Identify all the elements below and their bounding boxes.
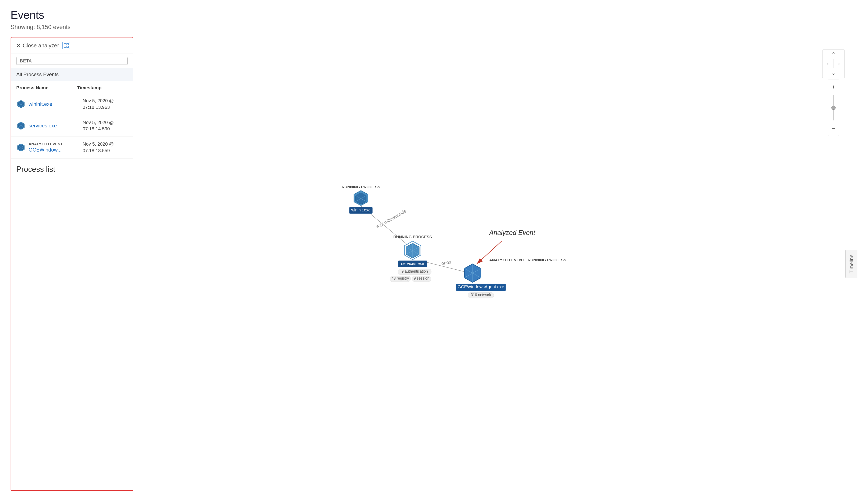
node-services-caption: RUNNING PROCESS <box>393 235 432 239</box>
close-x-icon: ✕ <box>16 42 21 49</box>
close-analyzer-button[interactable]: ✕ Close analyzer <box>16 42 59 49</box>
process-row-0[interactable]: wininit.exe Nov 5, 2020 @07:18:13.963 <box>11 93 133 115</box>
filter-bar[interactable]: All Process Events <box>11 68 133 81</box>
node-gce[interactable]: ANALYZED EVENT · RUNNING PROCESS GCEWind… <box>456 258 566 298</box>
zoom-nav-right[interactable]: › <box>834 59 844 68</box>
main-area: ✕ Close analyzer BETA All Process Events… <box>10 37 858 491</box>
process-name-0[interactable]: wininit.exe <box>29 101 83 107</box>
page-subtitle: Showing: 8,150 events <box>10 24 858 30</box>
svg-rect-3 <box>67 46 68 48</box>
svg-rect-1 <box>67 44 68 45</box>
col-process-name: Process Name <box>16 85 77 91</box>
process-time-0: Nov 5, 2020 @07:18:13.963 <box>83 97 128 111</box>
expand-icon[interactable] <box>62 42 70 49</box>
process-time-2: Nov 5, 2020 @07:18:18.559 <box>83 141 128 154</box>
node-wininit-caption: RUNNING PROCESS <box>342 185 380 189</box>
zoom-minus-button[interactable]: − <box>828 124 839 133</box>
edge-label-1: 627 milliseconds <box>375 208 407 230</box>
zoom-nav-down[interactable]: ⌄ <box>828 68 839 78</box>
table-header: Process Name Timestamp <box>11 83 133 93</box>
process-name-2[interactable]: GCEWindow... <box>29 147 83 153</box>
close-analyzer-label: Close analyzer <box>23 42 59 49</box>
zoom-nav-left[interactable]: ‹ <box>822 59 834 68</box>
zoom-slider: + − <box>828 80 839 136</box>
badge-network: 316 network <box>471 293 491 297</box>
node-services[interactable]: RUNNING PROCESS services.exe 9 authentic… <box>390 235 432 282</box>
zoom-thumb[interactable] <box>831 106 836 110</box>
process-row-2[interactable]: ANALYZED EVENT GCEWindow... Nov 5, 2020 … <box>11 137 133 158</box>
zoom-nav-up[interactable]: ⌃ <box>828 50 839 59</box>
node-gce-label: GCEWindowsAgent.exe <box>458 284 504 289</box>
beta-badge: BETA <box>16 57 128 65</box>
badge-session: 9 session <box>414 276 429 281</box>
node-gce-caption: ANALYZED EVENT · RUNNING PROCESS <box>489 258 566 262</box>
process-list-label: Process list <box>11 158 133 174</box>
zoom-plus-button[interactable]: + <box>828 82 839 92</box>
process-name-1[interactable]: services.exe <box>29 123 83 129</box>
timeline-tab-label: Timeline <box>848 254 855 273</box>
panel-header: ✕ Close analyzer <box>11 37 133 54</box>
col-timestamp: Timestamp <box>77 85 128 91</box>
node-services-label: services.exe <box>401 261 424 266</box>
graph-svg: 627 milliseconds onds RUNNING PROCESS wi… <box>133 37 858 491</box>
badge-registry: 43 registry <box>391 276 409 281</box>
badge-auth: 9 authentication <box>401 269 428 273</box>
process-row-1[interactable]: services.exe Nov 5, 2020 @07:18:14.590 <box>11 115 133 137</box>
process-time-1: Nov 5, 2020 @07:18:14.590 <box>83 119 128 133</box>
edge-label-2: onds <box>441 259 452 266</box>
node-wininit-label: wininit.exe <box>351 208 370 212</box>
zoom-track <box>833 95 834 120</box>
left-panel: ✕ Close analyzer BETA All Process Events… <box>10 37 133 491</box>
annotation-text: Analyzed Event <box>489 229 535 236</box>
node-wininit[interactable]: RUNNING PROCESS wininit.exe <box>342 185 380 213</box>
timeline-tab[interactable]: Timeline <box>845 250 858 278</box>
svg-rect-2 <box>64 46 66 48</box>
analyzed-label: ANALYZED EVENT <box>29 142 83 146</box>
process-rows: wininit.exe Nov 5, 2020 @07:18:13.963 se… <box>11 93 133 158</box>
zoom-controls: ⌃ ‹ › ⌄ + − <box>822 50 845 136</box>
graph-area: 627 milliseconds onds RUNNING PROCESS wi… <box>133 37 858 491</box>
zoom-nav: ⌃ ‹ › ⌄ <box>822 50 845 78</box>
page-title: Events <box>10 8 858 21</box>
svg-rect-0 <box>64 44 66 45</box>
